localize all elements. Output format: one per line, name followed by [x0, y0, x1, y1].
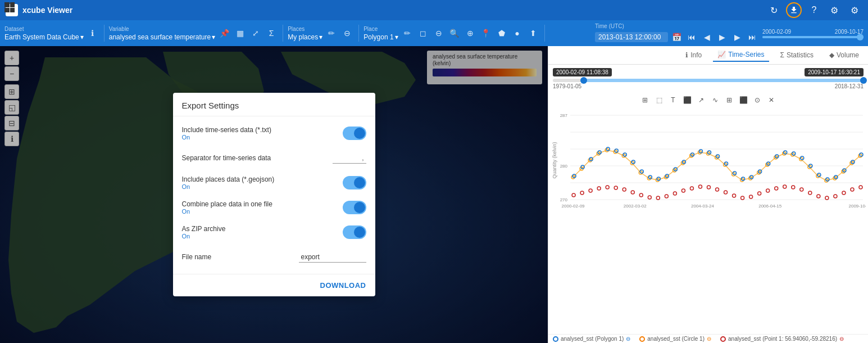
svg-point-119: [817, 195, 820, 198]
svg-text:270: 270: [560, 197, 568, 202]
zip-archive-row: As ZIP archive On: [173, 220, 375, 245]
svg-text:280: 280: [560, 164, 568, 169]
chart-area: Quantity (kelvin) 287 280 270: [548, 107, 868, 334]
export-dialog: Export Settings Include time-series data…: [173, 93, 375, 296]
zip-archive-label: As ZIP archive On: [182, 225, 343, 240]
refresh-button[interactable]: ↻: [766, 2, 781, 18]
place-label: Place: [363, 26, 398, 32]
svg-point-122: [842, 191, 846, 195]
svg-text:2002-03-02: 2002-03-02: [624, 204, 647, 208]
time-field: Time (UTC) 📅 ⏮ ◀ ▶ ▶ ⏭: [595, 23, 759, 44]
zip-archive-label-main: As ZIP archive: [182, 225, 343, 233]
time-section: Time (UTC) 📅 ⏮ ◀ ▶ ▶ ⏭ 2000-02-09 2009-1…: [595, 23, 864, 44]
dataset-select[interactable]: Earth System Data Cube ▾: [4, 33, 84, 41]
range-thumb-left[interactable]: [580, 77, 587, 84]
play-icon[interactable]: ▶: [715, 30, 729, 44]
upload-button[interactable]: [786, 2, 802, 18]
tab-timeseries[interactable]: 📈 Time-Series: [713, 48, 769, 62]
header-right: ↻ ? ⚙ ⚙: [766, 2, 862, 18]
divider-1: [104, 25, 104, 42]
chart-line-btn[interactable]: ∿: [709, 94, 721, 106]
time-range-track[interactable]: [553, 79, 864, 82]
svg-point-116: [792, 186, 795, 189]
settings-button[interactable]: ⚙: [826, 2, 842, 18]
circle-icon[interactable]: ●: [511, 26, 524, 40]
tab-info[interactable]: ℹ Info: [681, 49, 706, 61]
time-range-bar: 2000-02-09 11:08:38 2009-10-17 16:30:21 …: [548, 65, 868, 93]
locate-icon[interactable]: ⊕: [463, 26, 477, 40]
legend-minus-point1[interactable]: ⊖: [839, 336, 844, 342]
table-icon[interactable]: ▦: [233, 26, 247, 40]
chart-zoom-btn[interactable]: ⬚: [653, 94, 665, 106]
pin-icon[interactable]: 📌: [217, 26, 231, 40]
timeseries-tab-icon: 📈: [717, 51, 726, 58]
file-name-input[interactable]: [299, 252, 366, 263]
expand-icon[interactable]: ⤢: [249, 26, 262, 40]
edit-place-icon[interactable]: ✏: [401, 26, 414, 40]
edit-places-icon[interactable]: ✏: [325, 26, 338, 40]
eraser-icon[interactable]: ◻: [416, 26, 430, 40]
include-places-toggle[interactable]: [343, 176, 366, 189]
upload-place-icon[interactable]: ⬆: [526, 26, 540, 40]
svg-point-91: [580, 191, 584, 195]
dataset-info-icon[interactable]: ℹ: [86, 26, 99, 40]
next-frame-icon[interactable]: ▶: [730, 30, 744, 44]
chart-select-btn[interactable]: ⊞: [639, 94, 651, 106]
svg-text:2009-10-17: 2009-10-17: [849, 204, 866, 208]
volume-tab-icon: ◆: [829, 51, 834, 59]
chart-share-btn[interactable]: ⊙: [751, 94, 764, 106]
minus-circle-icon[interactable]: ⊖: [340, 26, 354, 40]
grid-toggle[interactable]: [4, 2, 15, 12]
zip-archive-toggle[interactable]: [343, 225, 366, 239]
separator-input[interactable]: [333, 153, 366, 164]
svg-point-123: [851, 188, 854, 191]
app-title: xcube Viewer: [22, 6, 72, 15]
location-icon[interactable]: 📍: [479, 26, 493, 40]
help-button[interactable]: ?: [806, 2, 822, 18]
svg-point-117: [800, 188, 803, 191]
tab-statistics[interactable]: Σ Statistics: [776, 49, 818, 61]
svg-point-96: [622, 188, 626, 191]
download-button[interactable]: DOWNLOAD: [320, 281, 366, 290]
svg-point-115: [783, 185, 787, 188]
combine-places-toggle[interactable]: [343, 201, 366, 214]
variable-select[interactable]: analysed sea surface temperature ▾: [109, 33, 215, 41]
chart-lasso-btn[interactable]: ↗: [695, 94, 707, 106]
more-settings-button[interactable]: ⚙: [847, 2, 862, 18]
places-field: Places My places ▾: [288, 26, 322, 41]
left-time-tooltip: 2000-02-09 11:08:38: [553, 68, 612, 76]
chart-image-btn[interactable]: ⬛: [681, 94, 693, 106]
right-panel: ℹ Info 📈 Time-Series Σ Statistics ◆ Volu…: [548, 46, 868, 343]
legend-minus-circle1[interactable]: ⊖: [707, 336, 711, 342]
divider-4: [544, 25, 545, 42]
chart-download-btn[interactable]: ⬛: [737, 94, 749, 106]
first-frame-icon[interactable]: ⏮: [685, 30, 698, 44]
prev-frame-icon[interactable]: ◀: [700, 30, 714, 44]
calendar-icon[interactable]: 📅: [670, 30, 683, 44]
dataset-label: Dataset: [4, 26, 84, 32]
separator-label-main: Separator for time-series data: [182, 154, 333, 162]
minus-place-icon[interactable]: ⊖: [432, 26, 446, 40]
zoom-place-icon[interactable]: 🔍: [448, 26, 461, 40]
main-content: analysed sea surface temperature (kelvin…: [0, 46, 868, 343]
time-slider[interactable]: [762, 36, 864, 38]
last-frame-icon[interactable]: ⏭: [746, 30, 759, 44]
range-thumb-right[interactable]: [860, 77, 867, 84]
polygon-icon[interactable]: ⬟: [495, 26, 508, 40]
place-select[interactable]: Polygon 1 ▾: [363, 33, 398, 41]
svg-point-109: [733, 194, 736, 197]
tab-volume[interactable]: ◆ Volume: [825, 49, 864, 61]
include-timeseries-toggle[interactable]: [343, 127, 366, 140]
chart-bar-btn[interactable]: ⊞: [723, 94, 735, 106]
chart-close-btn[interactable]: ✕: [765, 94, 778, 106]
sigma-icon[interactable]: Σ: [265, 26, 278, 40]
chart-text-btn[interactable]: T: [667, 94, 679, 106]
legend-minus-polygon1[interactable]: ⊖: [626, 336, 630, 342]
map-area: analysed sea surface temperature (kelvin…: [0, 46, 548, 343]
time-input[interactable]: [595, 32, 668, 42]
legend-dot-polygon1: [553, 336, 558, 342]
places-select[interactable]: My places ▾: [288, 33, 322, 41]
export-dialog-overlay: Export Settings Include time-series data…: [0, 46, 548, 343]
chart-svg: Quantity (kelvin) 287 280 270: [551, 110, 866, 208]
header-bar: xcube Viewer ↻ ? ⚙ ⚙: [0, 0, 868, 20]
